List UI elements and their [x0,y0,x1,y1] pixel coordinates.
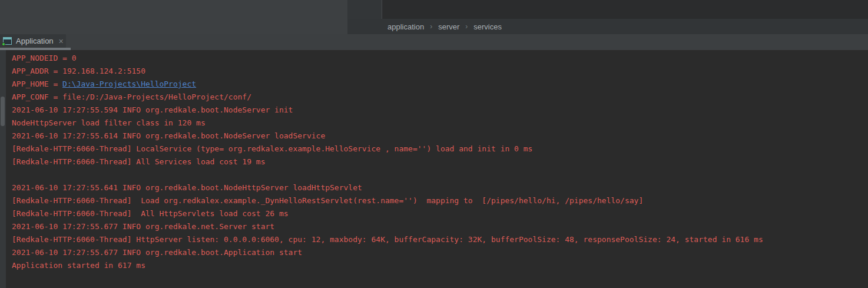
editor-tab-divider [382,0,382,19]
console-line: 2021-06-10 17:27:55.594 INFO org.redkale… [12,104,868,117]
console-line [12,168,868,181]
log-text: [Redkale-HTTP:6060-Thread] HttpServer li… [12,235,763,244]
console-line: APP_ADDR = 192.168.124.2:5150 [12,65,868,78]
log-text: [Redkale-HTTP:6060-Thread] All Services … [12,157,265,166]
close-icon[interactable]: × [59,37,64,45]
console-line: [Redkale-HTTP:6060-Thread] All HttpServl… [12,207,868,220]
console-line: 2021-06-10 17:27:55.614 INFO org.redkale… [12,130,868,143]
ide-window: application›server›services Application … [0,0,868,288]
console-line: [Redkale-HTTP:6060-Thread] All Services … [12,155,868,168]
console-line: NodeHttpServer load filter class in 120 … [12,117,868,130]
breadcrumb-separator-icon: › [430,22,432,31]
log-text: [Redkale-HTTP:6060-Thread] LocalService … [12,144,532,153]
log-text: APP_ADDR = 192.168.124.2:5150 [12,67,145,75]
run-toolwindow-tab-bar: Application × [0,34,868,50]
breadcrumb-item-server[interactable]: server [438,22,459,31]
editor-background [347,0,868,19]
left-editor-panel [0,0,347,34]
log-text: APP_NODEID = 0 [12,54,77,62]
scrollbar-thumb[interactable] [1,97,5,126]
run-console-icon [3,37,12,45]
console-line: Application started in 617 ms [12,259,868,272]
log-text: APP_CONF = file:/D:/Java-Projects/HelloP… [12,92,251,101]
console-line: [Redkale-HTTP:6060-Thread] Load org.redk… [12,194,868,207]
top-strip: application›server›services [0,0,868,34]
log-text: Application started in 617 ms [12,261,145,270]
console-line: APP_NODEID = 0 [12,52,868,65]
running-indicator-dot [2,42,5,46]
log-text: [Redkale-HTTP:6060-Thread] Load org.redk… [12,196,643,205]
log-text: 2021-06-10 17:27:55.641 INFO org.redkale… [12,183,362,192]
breadcrumb-item-services[interactable]: services [473,22,502,31]
console-text: APP_NODEID = 0APP_ADDR = 192.168.124.2:5… [12,52,868,272]
log-text: 2021-06-10 17:27:55.594 INFO org.redkale… [12,105,293,114]
breadcrumb-separator-icon: › [465,22,468,31]
log-text: 2021-06-10 17:27:55.677 INFO org.redkale… [12,248,302,257]
file-path-link[interactable]: D:\Java-Projects\HelloProject [62,80,196,88]
console-left-gutter [0,50,6,288]
log-text: 2021-06-10 17:27:55.677 INFO org.redkale… [12,222,274,231]
log-text: NodeHttpServer load filter class in 120 … [12,118,206,127]
console-line: 2021-06-10 17:27:55.677 INFO org.redkale… [12,220,868,233]
editor-tab-stub[interactable] [347,0,382,19]
log-text: 2021-06-10 17:27:55.614 INFO org.redkale… [12,131,325,140]
console-line: 2021-06-10 17:27:55.641 INFO org.redkale… [12,181,868,194]
breadcrumb-item-application[interactable]: application [387,22,424,31]
console-line: APP_CONF = file:/D:/Java-Projects/HelloP… [12,91,868,104]
log-text: APP_HOME = [12,80,62,88]
tab-application[interactable]: Application × [0,34,66,48]
console-line: 2021-06-10 17:27:55.677 INFO org.redkale… [12,246,868,259]
log-text: [Redkale-HTTP:6060-Thread] All HttpServl… [12,209,289,218]
breadcrumb: application›server›services [347,19,868,34]
console-line: APP_HOME = D:\Java-Projects\HelloProject [12,78,868,91]
tab-label: Application [16,37,54,45]
console-output-panel: APP_NODEID = 0APP_ADDR = 192.168.124.2:5… [0,50,868,288]
console-line: [Redkale-HTTP:6060-Thread] HttpServer li… [12,233,868,246]
console-line: [Redkale-HTTP:6060-Thread] LocalService … [12,143,868,155]
